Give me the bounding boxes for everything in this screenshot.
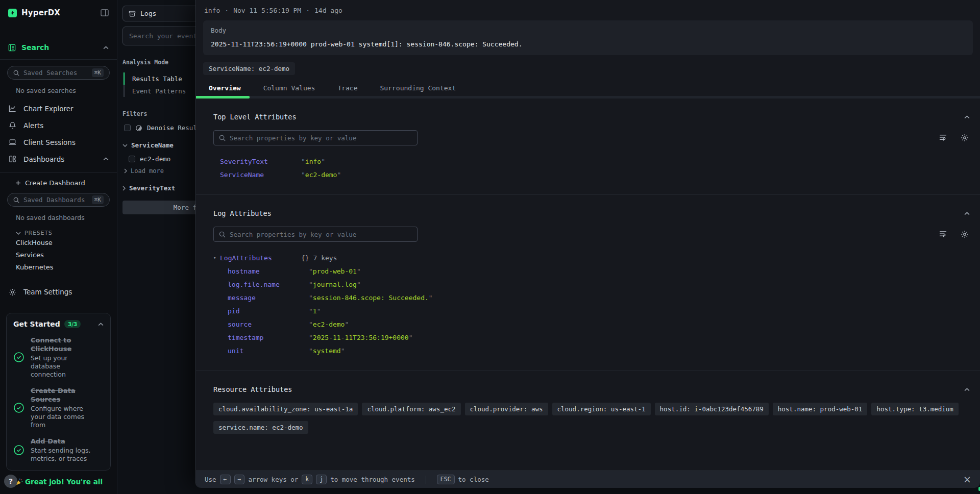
attribute-value[interactable]: 2025-11-11T23:56:19+0000: [309, 334, 413, 341]
get-started-header[interactable]: Get Started 3/3: [13, 320, 104, 328]
task-desc: Configure where your data comes from: [31, 405, 96, 429]
get-started-item-connect[interactable]: Connect to ClickHouse Set up your databa…: [13, 336, 104, 379]
log-attributes-tree: ▾ LogAttributes {} 7 keys hostname prod-…: [213, 251, 972, 357]
search-section-label: Search: [21, 43, 49, 52]
attribute-key[interactable]: source: [228, 320, 309, 328]
attribute-value[interactable]: ec2-demo: [301, 171, 341, 179]
get-started-item-sources[interactable]: Create Data Sources Configure where your…: [13, 386, 104, 429]
sidebar-item-search[interactable]: Search: [0, 41, 117, 54]
attribute-key[interactable]: log.file.name: [228, 281, 309, 288]
team-settings-label: Team Settings: [23, 288, 72, 296]
create-dashboard-button[interactable]: Create Dashboard: [15, 179, 117, 187]
resource-badge[interactable]: cloud.region: us-east-1: [552, 403, 651, 415]
event-timestamp: Nov 11 5:56:19 PM: [233, 7, 301, 14]
collapse-section-icon[interactable]: [964, 388, 972, 391]
collapse-section-icon[interactable]: [964, 212, 972, 215]
attribute-key[interactable]: SeverityText: [220, 158, 301, 165]
tab-overview[interactable]: Overview: [209, 84, 241, 92]
attribute-key[interactable]: timestamp: [228, 334, 309, 341]
key-arrow-right: →: [234, 475, 245, 484]
close-icon[interactable]: ×: [963, 475, 971, 484]
tab-column-values[interactable]: Column Values: [263, 84, 315, 92]
tab-trace[interactable]: Trace: [337, 84, 357, 92]
resource-badge[interactable]: service.name: ec2-demo: [213, 421, 308, 434]
property-search-input[interactable]: [230, 134, 412, 142]
attribute-row: timestamp 2025-11-11T23:56:19+0000: [213, 331, 972, 344]
property-search-box[interactable]: [213, 227, 418, 242]
gear-icon[interactable]: [961, 134, 969, 142]
chevron-right-icon: [122, 186, 126, 191]
divider: [0, 172, 117, 173]
service-name-chip[interactable]: ServiceName: ec2-demo: [203, 62, 295, 75]
help-button[interactable]: ?: [4, 475, 17, 488]
resource-badge[interactable]: host.type: t3.medium: [871, 403, 959, 415]
sidebar-item-team-settings[interactable]: Team Settings: [0, 284, 117, 300]
resource-attribute-badges: cloud.availability_zone: us-east-1a clou…: [213, 403, 959, 434]
resource-badge[interactable]: cloud.availability_zone: us-east-1a: [213, 403, 358, 415]
attribute-value[interactable]: session-846.scope: Succeeded.: [309, 294, 433, 302]
key-arrow-left: ←: [220, 475, 231, 484]
plus-icon: [15, 180, 21, 186]
denoise-checkbox[interactable]: [124, 125, 131, 131]
check-circle-icon: [13, 336, 24, 379]
get-started-item-add-data[interactable]: Add Data Start sending logs, metrics, or…: [13, 437, 104, 463]
option-checkbox[interactable]: [129, 156, 135, 162]
attribute-key[interactable]: hostname: [228, 267, 309, 275]
attribute-value[interactable]: 1: [309, 307, 321, 315]
resource-badge[interactable]: cloud.provider: aws: [465, 403, 548, 415]
resource-badge[interactable]: cloud.platform: aws_ec2: [362, 403, 460, 415]
sidebar-item-label: Client Sessions: [23, 138, 76, 146]
filter-group-label: SeverityText: [129, 184, 175, 192]
resource-badge[interactable]: host.id: i-0abc123def456789: [655, 403, 769, 415]
event-age: 14d ago: [314, 7, 342, 14]
attribute-value[interactable]: prod-web-01: [309, 267, 361, 275]
collapse-caret-icon[interactable]: ▾: [213, 255, 220, 260]
attribute-key[interactable]: ServiceName: [220, 171, 301, 179]
sidebar-item-label: Chart Explorer: [23, 105, 74, 113]
sidebar-item-client-sessions[interactable]: Client Sessions: [0, 134, 117, 151]
check-circle-icon: [13, 386, 24, 429]
section-log-attributes: Log Attributes: [196, 195, 980, 371]
attribute-value[interactable]: info: [301, 158, 325, 165]
attribute-row: SeverityText info: [213, 155, 972, 168]
property-search-input[interactable]: [230, 231, 412, 238]
attribute-key[interactable]: message: [228, 294, 309, 302]
sidebar-item-alerts[interactable]: Alerts: [0, 117, 117, 134]
attribute-value[interactable]: journal.log: [309, 281, 361, 288]
presets-label: PRESETS: [24, 230, 52, 236]
sidebar-item-dashboards[interactable]: Dashboards: [0, 151, 117, 167]
no-saved-dashboards-text: No saved dashboards: [16, 214, 117, 221]
line-wrap-icon[interactable]: [939, 230, 947, 238]
chevron-up-icon[interactable]: [103, 46, 109, 50]
tab-indicator-track: [196, 96, 980, 98]
severity-text: info: [204, 7, 220, 14]
collapse-section-icon[interactable]: [964, 115, 972, 119]
attribute-key[interactable]: unit: [228, 347, 309, 355]
saved-searches-input[interactable]: Saved Searches ⌘K: [7, 66, 110, 80]
option-label: ec2-demo: [140, 155, 170, 163]
sidebar-item-label: Dashboards: [23, 155, 64, 163]
attribute-key[interactable]: LogAttributes: [220, 254, 301, 262]
footer-text: arrow keys or: [248, 476, 298, 483]
saved-dashboards-input[interactable]: Saved Dashboards ⌘K: [7, 193, 110, 207]
search-icon: [219, 231, 226, 238]
resource-badge[interactable]: host.name: prod-web-01: [773, 403, 868, 415]
preset-clickhouse[interactable]: ClickHouse: [16, 236, 117, 249]
chevron-up-icon[interactable]: [103, 157, 109, 161]
gear-icon[interactable]: [961, 230, 969, 238]
attribute-value[interactable]: systemd: [309, 347, 345, 355]
tab-surrounding-context[interactable]: Surrounding Context: [380, 84, 456, 92]
search-icon: [219, 135, 226, 141]
sidebar-item-chart-explorer[interactable]: Chart Explorer: [0, 100, 117, 117]
no-saved-searches-text: No saved searches: [16, 87, 117, 94]
attribute-value[interactable]: ec2-demo: [309, 320, 349, 328]
preset-kubernetes[interactable]: Kubernetes: [16, 261, 117, 273]
attribute-key[interactable]: pid: [228, 307, 309, 315]
preset-services[interactable]: Services: [16, 249, 117, 261]
collapse-sidebar-icon[interactable]: [101, 9, 109, 16]
property-search-box[interactable]: [213, 130, 418, 145]
keys-count: {} 7 keys: [301, 254, 337, 262]
presets-toggle[interactable]: PRESETS: [16, 230, 117, 236]
line-wrap-icon[interactable]: [939, 134, 947, 142]
chevron-up-icon[interactable]: [98, 323, 104, 326]
